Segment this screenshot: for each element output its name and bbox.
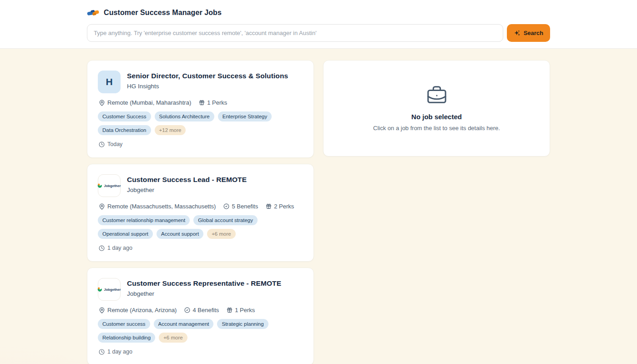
map-pin-icon: [99, 307, 105, 313]
tag-pill: Solutions Architecture: [155, 111, 214, 121]
handshake-icon: [87, 8, 99, 18]
tag-pill: Data Orchestration: [98, 125, 151, 135]
job-meta: Remote (Mumbai, Maharashtra) 1 Perks: [98, 99, 303, 106]
job-perks-text: 1 Perks: [207, 99, 227, 106]
clock-icon: [99, 349, 105, 355]
jobgether-logo-text: Jobgether: [104, 288, 121, 292]
tag-pill: Strategic planning: [217, 319, 268, 329]
company-name: Jobgether: [127, 187, 247, 193]
job-posted: 1 day ago: [98, 245, 303, 251]
jobgether-logo-icon: [97, 287, 102, 292]
job-posted-text: 1 day ago: [107, 245, 132, 251]
search-button[interactable]: Search: [507, 24, 550, 42]
tag-pill: Customer Success: [98, 111, 151, 121]
more-tags-pill: +12 more: [155, 125, 186, 135]
job-benefits: 5 Benefits: [223, 203, 258, 210]
company-name: Jobgether: [127, 290, 281, 297]
job-detail-panel: No job selected Click on a job from the …: [323, 60, 550, 157]
jobgether-logo-text: Jobgether: [104, 184, 121, 188]
main-content: H Senior Director, Customer Success & So…: [0, 49, 637, 364]
job-card[interactable]: H Senior Director, Customer Success & So…: [87, 60, 314, 158]
page-header: Customer Success Manager Jobs Search: [0, 0, 637, 49]
job-list: H Senior Director, Customer Success & So…: [87, 60, 314, 364]
tag-pill: Operational support: [98, 229, 153, 239]
job-card[interactable]: Jobgether Customer Success Lead - REMOTE…: [87, 164, 314, 262]
job-benefits: 4 Benefits: [184, 307, 219, 313]
search-input[interactable]: [87, 24, 503, 42]
sparkles-icon: [514, 30, 521, 36]
tag-pill: Customer success: [98, 319, 150, 329]
job-perks-text: 2 Perks: [274, 203, 294, 210]
job-location-text: Remote (Mumbai, Maharashtra): [107, 99, 191, 106]
check-circle-icon: [184, 307, 190, 313]
clock-icon: [99, 245, 105, 251]
job-location: Remote (Massachusetts, Massachusetts): [99, 203, 216, 210]
job-meta: Remote (Massachusetts, Massachusetts) 5 …: [98, 203, 303, 210]
job-title[interactable]: Customer Success Representative - REMOTE: [127, 279, 281, 288]
tag-pill: Global account strategy: [193, 215, 258, 225]
more-tags-pill: +6 more: [159, 333, 187, 343]
job-posted: 1 day ago: [98, 349, 303, 355]
company-logo: Jobgether: [98, 174, 121, 197]
tag-pill: Account support: [157, 229, 203, 239]
gift-icon: [227, 307, 233, 313]
job-tags: Customer relationship management Global …: [98, 215, 303, 239]
company-logo: Jobgether: [98, 278, 121, 301]
clock-icon: [99, 142, 105, 147]
job-perks-text: 1 Perks: [235, 307, 255, 313]
page-title: Customer Success Manager Jobs: [104, 9, 222, 17]
job-posted: Today: [98, 141, 303, 147]
gift-icon: [266, 203, 272, 209]
job-perks: 2 Perks: [266, 203, 294, 210]
more-tags-pill: +6 more: [207, 229, 236, 239]
map-pin-icon: [99, 100, 105, 106]
company-name: HG Insights: [127, 83, 288, 90]
job-title[interactable]: Senior Director, Customer Success & Solu…: [127, 72, 288, 80]
company-logo: H: [98, 71, 121, 93]
job-benefits-text: 4 Benefits: [192, 307, 219, 313]
tag-pill: Relationship building: [98, 333, 155, 343]
job-perks: 1 Perks: [199, 99, 227, 106]
job-tags: Customer Success Solutions Architecture …: [98, 111, 303, 135]
job-title[interactable]: Customer Success Lead - REMOTE: [127, 176, 247, 184]
job-location-text: Remote (Massachusetts, Massachusetts): [107, 203, 216, 210]
job-location: Remote (Mumbai, Maharashtra): [99, 99, 191, 106]
tag-pill: Enterprise Strategy: [218, 111, 272, 121]
company-logo-letter: H: [106, 76, 112, 87]
job-card[interactable]: Jobgether Customer Success Representativ…: [87, 268, 314, 364]
tag-pill: Account management: [154, 319, 214, 329]
briefcase-icon: [426, 85, 447, 106]
check-circle-icon: [223, 203, 229, 209]
job-tags: Customer success Account management Stra…: [98, 319, 303, 343]
gift-icon: [199, 100, 205, 106]
map-pin-icon: [99, 203, 105, 210]
job-location: Remote (Arizona, Arizona): [99, 307, 177, 313]
job-perks: 1 Perks: [227, 307, 255, 313]
job-meta: Remote (Arizona, Arizona) 4 Benefits 1 P…: [98, 307, 303, 313]
empty-state-title: No job selected: [411, 113, 462, 121]
job-location-text: Remote (Arizona, Arizona): [107, 307, 177, 313]
jobgether-logo-icon: [97, 183, 102, 188]
empty-state-subtitle: Click on a job from the list to see its …: [373, 125, 500, 131]
job-posted-text: 1 day ago: [107, 349, 132, 355]
tag-pill: Customer relationship management: [98, 215, 190, 225]
job-benefits-text: 5 Benefits: [232, 203, 258, 210]
search-button-label: Search: [524, 30, 543, 36]
job-posted-text: Today: [107, 141, 122, 147]
